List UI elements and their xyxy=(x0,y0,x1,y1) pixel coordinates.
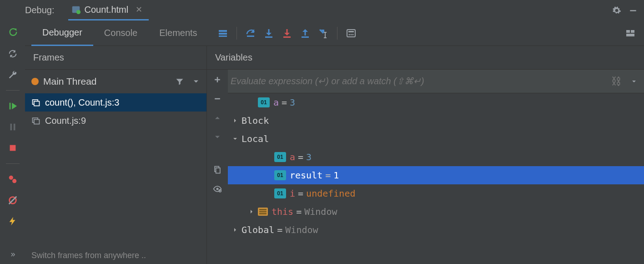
thread-selector[interactable]: Main Thread xyxy=(25,70,206,93)
step-into-icon[interactable] xyxy=(260,24,278,42)
gear-icon[interactable] xyxy=(610,4,623,17)
watch-eye-icon[interactable] xyxy=(210,182,225,196)
stack-frame-icon xyxy=(31,116,40,125)
tab-debugger[interactable]: Debugger xyxy=(31,20,93,46)
variable-row[interactable]: Block xyxy=(228,112,644,130)
svg-rect-25 xyxy=(348,31,354,32)
svg-rect-18 xyxy=(283,36,291,38)
close-icon[interactable]: ✕ xyxy=(136,5,142,15)
variable-row[interactable]: this=Window xyxy=(228,203,644,221)
separator xyxy=(6,90,20,91)
debug-gutter: ›› xyxy=(0,0,25,264)
pause-icon[interactable] xyxy=(5,120,20,134)
svg-rect-3 xyxy=(10,145,15,151)
remove-watch-icon[interactable] xyxy=(210,91,225,106)
debugger-tabs: Debugger Console Elements xyxy=(25,20,644,46)
svg-rect-2 xyxy=(13,124,15,131)
svg-point-9 xyxy=(76,10,80,14)
svg-point-5 xyxy=(12,179,16,183)
svg-rect-20 xyxy=(302,36,309,38)
svg-rect-13 xyxy=(219,36,227,37)
variable-row[interactable]: 01a=3 xyxy=(228,93,644,112)
svg-rect-24 xyxy=(347,30,355,37)
layout-icon[interactable] xyxy=(621,24,639,42)
force-step-into-icon[interactable] xyxy=(278,24,296,42)
refresh-icon[interactable] xyxy=(5,46,20,61)
mute-breakpoints-icon[interactable] xyxy=(5,193,20,208)
svg-rect-35 xyxy=(34,120,40,124)
variables-header: Variables xyxy=(207,46,644,70)
run-to-cursor-icon[interactable] xyxy=(314,24,332,42)
svg-point-26 xyxy=(348,34,350,35)
down-icon[interactable] xyxy=(210,130,225,144)
variable-row[interactable]: 01i=undefined xyxy=(228,184,644,203)
html-file-icon xyxy=(71,5,81,15)
variable-row[interactable]: 01result=1 xyxy=(228,166,644,184)
svg-point-4 xyxy=(9,176,13,180)
tab-console[interactable]: Console xyxy=(93,20,148,46)
variables-panel: Variables ⛓ 01a=3BlockLocal01a xyxy=(207,46,644,264)
frame-item[interactable]: count(), Count.js:3 xyxy=(25,93,206,112)
chevron-down-icon[interactable] xyxy=(630,78,638,85)
up-icon[interactable] xyxy=(210,111,225,125)
copy-icon[interactable] xyxy=(210,162,225,177)
svg-rect-11 xyxy=(219,30,227,32)
svg-point-28 xyxy=(352,34,353,35)
variable-row[interactable]: Global=Window xyxy=(228,221,644,239)
stack-frame-icon xyxy=(31,98,40,107)
frames-panel: Frames Main Thread count(), Count.js:3Co… xyxy=(25,46,207,264)
thread-name: Main Thread xyxy=(43,76,97,87)
frame-item[interactable]: Count.js:9 xyxy=(25,112,206,130)
stop-icon[interactable] xyxy=(5,141,20,155)
variables-toolbar xyxy=(207,70,228,264)
glasses-icon[interactable]: ⛓ xyxy=(611,76,621,87)
svg-rect-1 xyxy=(10,124,12,131)
panels: Frames Main Thread count(), Count.js:3Co… xyxy=(25,46,644,264)
evaluate-expression-row: ⛓ xyxy=(228,70,644,93)
svg-rect-31 xyxy=(626,34,634,36)
separator xyxy=(6,163,20,164)
svg-rect-14 xyxy=(247,36,254,37)
evaluate-expression-input[interactable] xyxy=(231,76,602,86)
breakpoints-icon[interactable] xyxy=(5,172,20,187)
main: Debug: Count.html ✕ Debugger Console Ele… xyxy=(25,0,644,264)
wrench-icon[interactable] xyxy=(5,67,20,82)
rerun-icon[interactable] xyxy=(5,25,20,40)
variable-row[interactable]: Local xyxy=(228,130,644,148)
svg-rect-12 xyxy=(219,33,227,35)
variable-row[interactable]: 01a=3 xyxy=(228,148,644,166)
step-out-icon[interactable] xyxy=(296,24,314,42)
svg-rect-43 xyxy=(259,209,267,210)
run-config-tab[interactable]: Count.html ✕ xyxy=(68,0,149,20)
frames-header: Frames xyxy=(25,46,206,70)
add-watch-icon[interactable] xyxy=(210,72,225,87)
more-icon[interactable]: ›› xyxy=(5,247,20,261)
svg-rect-29 xyxy=(626,30,630,33)
svg-rect-45 xyxy=(259,213,267,214)
svg-point-41 xyxy=(216,188,219,190)
evaluate-icon[interactable] xyxy=(342,24,360,42)
topbar: Debug: Count.html ✕ xyxy=(25,0,644,20)
svg-rect-0 xyxy=(9,103,10,110)
run-config-name: Count.html xyxy=(85,5,129,15)
tab-elements[interactable]: Elements xyxy=(148,20,208,46)
svg-point-27 xyxy=(350,34,352,35)
svg-rect-44 xyxy=(259,211,267,213)
filter-icon[interactable] xyxy=(174,76,186,87)
frames-hint: Switch frames from anywhere .. xyxy=(25,247,206,264)
variables-tree[interactable]: 01a=3BlockLocal01a=301result=101i=undefi… xyxy=(228,93,644,264)
svg-rect-33 xyxy=(34,102,40,106)
resume-icon[interactable] xyxy=(5,99,20,113)
minimize-icon[interactable] xyxy=(627,4,639,17)
tool-window-title: Debug: xyxy=(25,5,55,15)
threads-icon[interactable] xyxy=(214,24,232,42)
svg-rect-16 xyxy=(265,36,272,38)
thread-status-dot xyxy=(31,78,39,85)
step-over-icon[interactable] xyxy=(241,24,260,42)
lightning-icon[interactable] xyxy=(5,214,20,228)
dropdown-icon[interactable] xyxy=(190,76,202,87)
svg-rect-40 xyxy=(216,168,220,173)
svg-rect-30 xyxy=(631,30,634,33)
svg-rect-10 xyxy=(630,10,636,11)
